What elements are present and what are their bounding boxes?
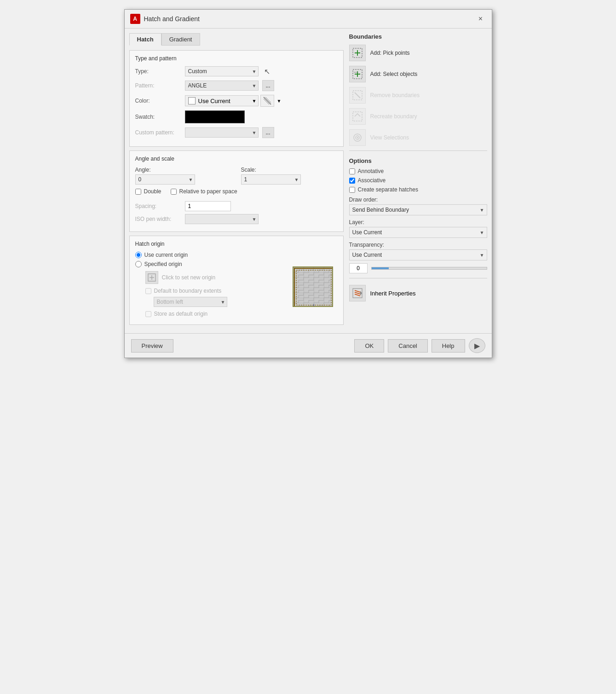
pattern-select[interactable]: ANGLE (185, 81, 259, 91)
right-panel: Boundaries Add: Pick points Add: Select … (349, 33, 487, 329)
scale-select[interactable]: 1 (241, 174, 301, 185)
hatch-origin-section: Hatch origin Use current origin Specifie… (129, 236, 344, 325)
swatch-preview (185, 110, 245, 123)
custom-pattern-select-wrapper: ▼ (185, 127, 259, 138)
double-label: Double (144, 188, 161, 195)
boundaries-section: Boundaries Add: Pick points Add: Select … (349, 33, 487, 146)
color-value: Use Current (198, 98, 230, 104)
angle-group: Angle: 0 ▼ (135, 167, 232, 185)
add-pick-btn[interactable]: Add: Pick points (349, 45, 487, 61)
pattern-select-wrapper: ANGLE ▼ (185, 81, 259, 91)
angle-scale-row: Angle: 0 ▼ Scale: 1 (135, 167, 338, 185)
custom-pattern-select[interactable] (185, 127, 259, 138)
dialog-title: Hatch and Gradient (144, 15, 200, 23)
layer-select-wrapper: Use Current ▼ (349, 227, 487, 238)
add-select-btn[interactable]: Add: Select objects (349, 66, 487, 82)
default-boundary-label: Default to boundary extents (154, 288, 222, 294)
remove-label: Remove boundaries (370, 92, 420, 98)
annotative-checkbox[interactable] (349, 168, 355, 174)
help-button[interactable]: Help (432, 339, 465, 353)
origin-details: Click to set new origin Default to bound… (135, 271, 338, 320)
annotative-label: Annotative (358, 168, 384, 174)
dialog: A Hatch and Gradient × Hatch Gradient Ty… (124, 9, 492, 358)
transparency-slider-container (371, 264, 487, 273)
checkboxes-row: Double Relative to paper space (135, 188, 338, 197)
pattern-dots-button[interactable]: ... (262, 80, 274, 91)
specified-label: Specified origin (144, 261, 182, 267)
divider1 (349, 150, 487, 151)
tab-hatch[interactable]: Hatch (129, 33, 161, 46)
use-current-radio[interactable] (135, 252, 142, 258)
transparency-label: Transparency: (349, 242, 487, 248)
arrow-button[interactable]: ▶ (469, 338, 485, 353)
view-selections-btn: View Selections (349, 129, 487, 146)
bottom-left-select[interactable]: Bottom left (154, 297, 227, 307)
associative-checkbox[interactable] (349, 178, 355, 184)
inherit-label: Inherit Properties (370, 290, 416, 297)
angle-scale-title: Angle and scale (135, 156, 338, 162)
type-select-wrapper: Custom ▼ (185, 66, 259, 76)
ok-button[interactable]: OK (354, 339, 384, 353)
origin-indent-content: Click to set new origin Default to bound… (145, 271, 293, 320)
custom-pattern-dots-button[interactable]: ... (262, 127, 274, 138)
transparency-input[interactable]: 0 (349, 263, 368, 273)
separate-checkbox[interactable] (349, 187, 355, 193)
bottom-left-select-wrapper: Bottom left ▼ (154, 297, 227, 307)
transparency-row: 0 (349, 263, 487, 273)
title-bar-left: A Hatch and Gradient (130, 14, 200, 24)
spacing-input[interactable] (185, 201, 231, 211)
relative-checkbox-row: Relative to paper space (171, 188, 237, 195)
recreate-icon (349, 108, 366, 125)
type-pattern-title: Type and pattern (135, 55, 338, 62)
color-pattern-button[interactable] (260, 95, 274, 107)
preview-button[interactable]: Preview (131, 339, 173, 353)
hatch-preview (293, 266, 333, 307)
cursor-icon: ↖ (264, 67, 270, 76)
annotative-row: Annotative (349, 168, 487, 174)
options-section: Options Annotative Associative Create se… (349, 157, 487, 273)
left-panel: Hatch Gradient Type and pattern Type: Cu… (129, 33, 344, 329)
divider2 (349, 278, 487, 278)
close-button[interactable]: × (475, 13, 486, 24)
dialog-footer: Preview OK Cancel Help ▶ (125, 333, 492, 358)
type-select[interactable]: Custom (185, 66, 259, 76)
inherit-btn[interactable]: Inherit Properties (349, 285, 487, 301)
double-checkbox[interactable] (135, 189, 141, 195)
recreate-btn: Recreate boundary (349, 108, 487, 125)
inherit-icon (349, 285, 366, 301)
angle-select[interactable]: 0 (135, 174, 195, 185)
transparency-select-wrapper: Use Current ▼ (349, 249, 487, 260)
remove-icon (349, 87, 366, 104)
angle-select-wrapper: 0 ▼ (135, 174, 195, 185)
svg-line-29 (355, 294, 360, 296)
add-pick-icon (349, 45, 366, 61)
click-origin-row: Click to set new origin (145, 271, 293, 284)
svg-line-28 (355, 292, 360, 294)
color-select-wrapper: Use Current ▼ (185, 95, 259, 106)
store-default-checkbox[interactable] (145, 311, 151, 317)
hatch-origin-title: Hatch origin (135, 241, 338, 247)
color-select-inner[interactable]: Use Current ▼ (185, 95, 259, 106)
tab-gradient[interactable]: Gradient (161, 33, 200, 46)
associative-row: Associative (349, 177, 487, 184)
scale-select-wrapper: 1 ▼ (241, 174, 301, 185)
iso-select[interactable] (185, 214, 259, 224)
specified-radio[interactable] (135, 261, 142, 267)
draw-order-select[interactable]: Send Behind Boundary (349, 204, 487, 215)
layer-select[interactable]: Use Current (349, 227, 487, 238)
draw-order-select-wrapper: Send Behind Boundary ▼ (349, 204, 487, 215)
associative-label: Associative (358, 177, 386, 184)
default-boundary-checkbox[interactable] (145, 288, 151, 294)
relative-label: Relative to paper space (179, 188, 237, 195)
double-checkbox-row: Double (135, 188, 161, 195)
relative-checkbox[interactable] (171, 189, 177, 195)
transparency-select[interactable]: Use Current (349, 249, 487, 260)
pattern-row: Pattern: ANGLE ▼ ... (135, 80, 338, 91)
add-pick-label: Add: Pick points (370, 50, 410, 56)
bottom-left-row: Bottom left ▼ (154, 297, 293, 307)
angle-label: Angle: (135, 167, 232, 173)
svg-marker-30 (360, 291, 362, 295)
swatch-label: Swatch: (135, 114, 181, 120)
cancel-button[interactable]: Cancel (388, 339, 427, 353)
type-pattern-section: Type and pattern Type: Custom ▼ ↖ Patter… (129, 50, 344, 147)
